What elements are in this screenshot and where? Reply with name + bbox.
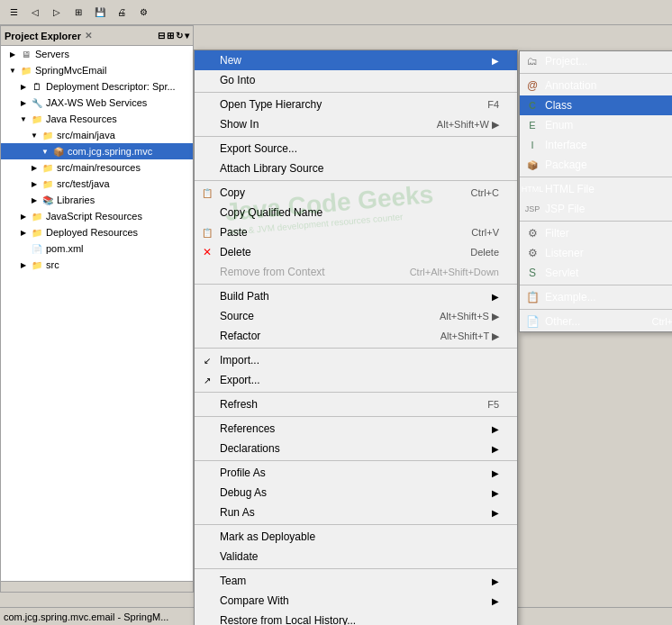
submenu-item-other[interactable]: 📄 Other... Ctrl+N bbox=[520, 312, 672, 331]
label-servers: Servers bbox=[35, 49, 69, 59]
collapse-btn[interactable]: ⊟ bbox=[158, 31, 165, 41]
ide-window: ☰ ◁ ▷ ⊞ 💾 🖨 ⚙ Project Explorer ✕ ⊟ ⊞ ↻ ▾… bbox=[0, 0, 672, 625]
tree-item-servers[interactable]: ▶ 🖥 Servers bbox=[1, 46, 193, 62]
menu-item-compare[interactable]: Compare With ▶ bbox=[195, 591, 517, 611]
menu-item-declarations[interactable]: Declarations ▶ bbox=[195, 439, 517, 458]
sync-btn[interactable]: ↻ bbox=[176, 31, 183, 41]
settings-icon[interactable]: ⚙ bbox=[133, 3, 153, 23]
menu-item-copy-qualified[interactable]: Copy Qualified Name bbox=[195, 203, 517, 222]
submenu-item-jsp[interactable]: JSP JSP File bbox=[520, 199, 672, 219]
tree-item-src-main[interactable]: ▼ 📁 src/main/java bbox=[1, 127, 193, 143]
tree-item-spring[interactable]: ▼ 📁 SpringMvcEmail bbox=[1, 62, 193, 78]
menu-item-run-as[interactable]: Run As ▶ bbox=[195, 503, 517, 522]
submenu-label-package: Package bbox=[545, 159, 587, 171]
menu-item-remove-context[interactable]: Remove from Context Ctrl+Alt+Shift+Down bbox=[195, 262, 517, 282]
submenu-item-class[interactable]: C Class bbox=[520, 95, 672, 115]
label-jaxws: JAX-WS Web Services bbox=[46, 97, 147, 108]
arrow-compare: ▶ bbox=[492, 596, 499, 606]
menu-item-import[interactable]: ↙ Import... bbox=[195, 350, 517, 370]
menu-icon[interactable]: ☰ bbox=[4, 3, 23, 23]
sep-1 bbox=[195, 92, 517, 93]
tree-item-java-resources[interactable]: ▼ 📁 Java Resources bbox=[1, 111, 193, 127]
enum-icon: E bbox=[525, 118, 540, 132]
class-icon: C bbox=[525, 98, 540, 113]
tree-item-src[interactable]: ▶ 📁 src bbox=[1, 257, 193, 273]
submenu-item-filter[interactable]: ⚙ Filter bbox=[520, 223, 672, 243]
sep-2 bbox=[195, 136, 517, 137]
tree-item-deployment[interactable]: ▶ 🗒 Deployment Descriptor: Spr... bbox=[1, 78, 193, 95]
tree-item-js-resources[interactable]: ▶ 📁 JavaScript Resources bbox=[1, 208, 193, 224]
menu-item-gointo[interactable]: Go Into bbox=[195, 70, 517, 90]
interface-icon: I bbox=[525, 138, 540, 152]
forward-icon[interactable]: ▷ bbox=[47, 3, 67, 23]
submenu-sep-1 bbox=[520, 73, 672, 74]
back-icon[interactable]: ◁ bbox=[25, 3, 45, 23]
menu-label-new: New bbox=[220, 54, 241, 67]
submenu-item-servlet[interactable]: S Servlet bbox=[520, 263, 672, 283]
menu-item-refresh[interactable]: Refresh F5 bbox=[195, 394, 517, 414]
icon-src: 📁 bbox=[30, 258, 44, 272]
menu-item-attach-library[interactable]: Attach Library Source bbox=[195, 159, 517, 178]
arrow-src: ▶ bbox=[19, 260, 28, 269]
arrow-declarations: ▶ bbox=[492, 444, 499, 454]
submenu-item-package[interactable]: 📦 Package bbox=[520, 155, 672, 175]
submenu-item-enum[interactable]: E Enum bbox=[520, 115, 672, 135]
menu-item-show-in[interactable]: Show In Alt+Shift+W ▶ bbox=[195, 114, 517, 134]
tree-item-deployed[interactable]: ▶ 📁 Deployed Resources bbox=[1, 224, 193, 240]
menu-item-build-path[interactable]: Build Path ▶ bbox=[195, 286, 517, 306]
print-icon[interactable]: 🖨 bbox=[112, 3, 132, 23]
submenu-item-html[interactable]: HTML HTML File bbox=[520, 179, 672, 199]
shortcut-remove-context: Ctrl+Alt+Shift+Down bbox=[383, 267, 499, 277]
menu-item-delete[interactable]: ✕ Delete Delete bbox=[195, 242, 517, 262]
menu-item-copy[interactable]: 📋 Copy Ctrl+C bbox=[195, 183, 517, 203]
annotation-icon: @ bbox=[525, 78, 540, 93]
menu-item-team[interactable]: Team ▶ bbox=[195, 571, 517, 591]
menu-item-source[interactable]: Source Alt+Shift+S ▶ bbox=[195, 306, 517, 326]
save-icon[interactable]: 💾 bbox=[90, 3, 110, 23]
menu-item-mark-deployable[interactable]: Mark as Deployable bbox=[195, 527, 517, 547]
menu-item-profile-as[interactable]: Profile As ▶ bbox=[195, 463, 517, 483]
shortcut-source: Alt+Shift+S ▶ bbox=[413, 311, 499, 322]
menu-item-references[interactable]: References ▶ bbox=[195, 419, 517, 439]
submenu-item-project[interactable]: 🗂 Project... bbox=[520, 51, 672, 71]
arrow-jaxws: ▶ bbox=[19, 98, 28, 107]
tree-item-pom[interactable]: ▶ 📄 pom.xml bbox=[1, 240, 193, 257]
arrow-spring: ▼ bbox=[8, 66, 17, 75]
arrow-js-resources: ▶ bbox=[19, 212, 28, 221]
menu-item-type-hierarchy[interactable]: Open Type Hierarchy F4 bbox=[195, 95, 517, 114]
horizontal-scrollbar[interactable] bbox=[1, 581, 193, 592]
menu-item-refactor[interactable]: Refactor Alt+Shift+T ▶ bbox=[195, 326, 517, 346]
tree-item-package[interactable]: ▼ 📦 com.jcg.spring.mvc bbox=[1, 143, 193, 159]
icon-pom: 📄 bbox=[30, 241, 44, 256]
jsp-icon: JSP bbox=[525, 202, 540, 216]
menu-item-export-source[interactable]: Export Source... bbox=[195, 139, 517, 159]
icon-jaxws: 🔧 bbox=[30, 95, 44, 110]
submenu-item-annotation[interactable]: @ Annotation bbox=[520, 76, 672, 95]
submenu-item-example[interactable]: 📋 Example... bbox=[520, 287, 672, 307]
submenu-label-filter: Filter bbox=[545, 227, 569, 240]
tree-item-src-main-res[interactable]: ▶ 📁 src/main/resources bbox=[1, 159, 193, 176]
menu-item-export[interactable]: ↗ Export... bbox=[195, 370, 517, 390]
menu-label-remove-context: Remove from Context bbox=[220, 266, 325, 278]
menu-label-copy: Copy bbox=[220, 186, 245, 199]
menu-item-paste[interactable]: 📋 Paste Ctrl+V bbox=[195, 222, 517, 242]
arrow-deployed: ▶ bbox=[19, 228, 28, 237]
arrow-libraries: ▶ bbox=[30, 195, 39, 204]
project-icon: 🗂 bbox=[525, 54, 540, 68]
menu-item-debug-as[interactable]: Debug As ▶ bbox=[195, 483, 517, 503]
tree-item-libraries[interactable]: ▶ 📚 Libraries bbox=[1, 192, 193, 208]
submenu-item-interface[interactable]: I Interface bbox=[520, 135, 672, 155]
menu-label-references: References bbox=[220, 422, 275, 435]
expand-btn[interactable]: ⊞ bbox=[167, 31, 174, 41]
tree-item-src-test[interactable]: ▶ 📁 src/test/java bbox=[1, 176, 193, 192]
icon-src-test: 📁 bbox=[41, 177, 55, 191]
tree-item-jaxws[interactable]: ▶ 🔧 JAX-WS Web Services bbox=[1, 95, 193, 111]
submenu-label-class: Class bbox=[545, 99, 572, 112]
label-src: src bbox=[46, 259, 59, 270]
menu-item-validate[interactable]: Validate bbox=[195, 547, 517, 566]
menu-item-restore[interactable]: Restore from Local History... bbox=[195, 611, 517, 625]
menu-item-new[interactable]: New ▶ 🗂 Project... @ Annotation C Class bbox=[195, 50, 517, 70]
menu-btn[interactable]: ▾ bbox=[185, 31, 189, 41]
submenu-item-listener[interactable]: ⚙ Listener bbox=[520, 243, 672, 263]
new-icon[interactable]: ⊞ bbox=[68, 3, 88, 23]
